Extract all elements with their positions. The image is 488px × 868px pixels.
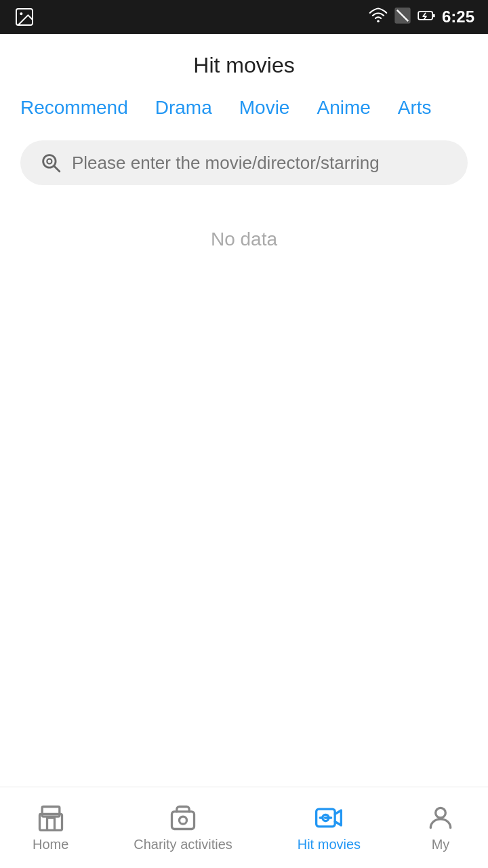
svg-rect-6 (432, 14, 435, 18)
nav-label-hit-movies: Hit movies (298, 837, 361, 852)
status-bar: 6:25 (0, 0, 488, 34)
search-input[interactable] (72, 153, 449, 174)
svg-point-13 (180, 816, 187, 824)
nav-item-my[interactable]: My (418, 799, 464, 856)
nav-item-hit-movies[interactable]: Hit movies (289, 799, 369, 856)
svg-line-8 (54, 166, 60, 172)
svg-rect-12 (172, 812, 195, 829)
tab-movie[interactable]: Movie (232, 92, 297, 124)
page-title: Hit movies (0, 34, 488, 92)
category-tabs: Recommend Drama Movie Anime Arts (0, 92, 488, 124)
search-bar (20, 140, 468, 185)
battery-icon (418, 6, 436, 28)
status-bar-left (14, 6, 35, 28)
nav-label-my: My (432, 837, 450, 852)
svg-point-18 (436, 808, 446, 818)
svg-point-1 (20, 12, 22, 15)
tab-recommend[interactable]: Recommend (14, 92, 135, 124)
search-container (0, 124, 488, 201)
signal-off-icon (393, 6, 412, 28)
svg-point-2 (377, 20, 380, 22)
tab-anime[interactable]: Anime (310, 92, 377, 124)
bottom-nav: Home Charity activities Hit movies My (0, 787, 488, 868)
wifi-icon (369, 6, 388, 28)
search-icon (39, 151, 62, 174)
svg-point-9 (47, 159, 52, 163)
status-bar-right: 6:25 (369, 6, 474, 28)
tab-drama[interactable]: Drama (148, 92, 219, 124)
tab-arts[interactable]: Arts (391, 92, 439, 124)
empty-message: No data (0, 229, 488, 250)
nav-item-home[interactable]: Home (24, 799, 77, 856)
status-time: 6:25 (442, 7, 474, 26)
nav-label-home: Home (33, 837, 68, 852)
nav-item-charity[interactable]: Charity activities (125, 799, 241, 856)
nav-label-charity: Charity activities (134, 837, 232, 852)
